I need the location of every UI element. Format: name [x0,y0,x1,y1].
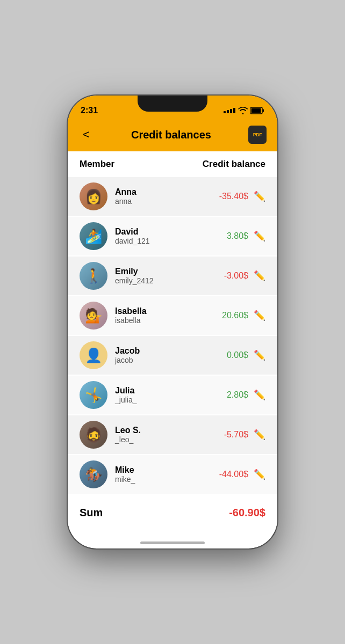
member-info: Julia _julia_ [115,385,227,405]
back-button[interactable]: < [78,126,94,144]
avatar: 🚶 [80,262,107,290]
avatar-placeholder-icon: 👤 [85,347,102,364]
avatar: 👤 [80,341,107,369]
avatar: 💁 [80,302,107,330]
member-balance: -5.70$ [224,430,248,440]
member-name: Jacob [115,346,227,356]
sum-value: -60.90$ [229,507,265,519]
home-indicator [140,541,205,544]
member-info: Emily emily_2412 [115,266,224,286]
member-name: Mike [115,465,219,475]
table-row: 👩 Anna anna -35.40$ ✏️ [68,177,277,217]
avatar: 👩 [80,182,107,210]
credit-column-header: Credit balance [203,159,265,170]
app-header: < Credit balances PDF [68,121,277,151]
member-balance: -44.00$ [219,470,248,479]
member-balance: -35.40$ [219,192,248,201]
status-time: 2:31 [81,106,98,115]
svg-rect-1 [263,109,264,112]
table-header: Member Credit balance [68,151,277,177]
member-balance: -3.00$ [224,271,248,281]
member-username: _leo_ [115,435,224,444]
member-username: isabella [115,316,222,325]
member-username: mike_ [115,475,219,484]
status-icons [224,107,264,114]
member-info: Anna anna [115,187,219,206]
phone-frame: 2:31 [68,96,277,548]
member-name: Leo S. [115,425,224,435]
member-info: Mike mike_ [115,465,219,484]
table-row: 🏄 David david_121 3.80$ ✏️ [68,217,277,257]
signal-icon [224,108,235,113]
member-info: Jacob jacob [115,346,227,365]
edit-button[interactable]: ✏️ [254,469,265,480]
sum-label: Sum [80,507,103,519]
member-info: Leo S. _leo_ [115,425,224,444]
pdf-button-label: PDF [253,132,262,137]
member-username: david_121 [115,237,227,246]
battery-icon [250,107,264,114]
member-name: Emily [115,266,224,276]
member-name: Isabella [115,306,222,316]
table-row: 🧔 Leo S. _leo_ -5.70$ ✏️ [68,415,277,455]
svg-rect-2 [251,108,261,113]
member-balance: 2.80$ [227,390,248,400]
member-name: Julia [115,385,227,396]
member-username: _julia_ [115,396,227,405]
member-column-header: Member [80,159,114,170]
wifi-icon [238,107,248,114]
avatar: 🏄 [80,222,107,250]
avatar: 🏇 [80,460,107,488]
page-title: Credit balances [131,129,211,141]
member-balance: 0.00$ [227,350,248,360]
sum-row: Sum -60.90$ [68,495,277,530]
edit-button[interactable]: ✏️ [254,310,265,321]
member-username: jacob [115,356,227,365]
avatar: 🤸 [80,381,107,409]
member-name: David [115,226,227,237]
table-row: 🤸 Julia _julia_ 2.80$ ✏️ [68,376,277,415]
avatar: 🧔 [80,421,107,449]
edit-button[interactable]: ✏️ [254,270,265,282]
member-info: David david_121 [115,226,227,246]
table-row: 🚶 Emily emily_2412 -3.00$ ✏️ [68,257,277,296]
member-balance: 20.60$ [222,311,248,320]
edit-button[interactable]: ✏️ [254,349,265,361]
members-list: 👩 Anna anna -35.40$ ✏️ 🏄 David david_121… [68,177,277,495]
notch [138,96,207,112]
table-row: 👤 Jacob jacob 0.00$ ✏️ [68,336,277,376]
edit-button[interactable]: ✏️ [254,429,265,441]
table-row: 🏇 Mike mike_ -44.00$ ✏️ [68,455,277,495]
member-balance: 3.80$ [227,231,248,241]
table-row: 💁 Isabella isabella 20.60$ ✏️ [68,296,277,336]
phone-screen: 2:31 [68,96,277,548]
pdf-button[interactable]: PDF [248,126,267,144]
member-name: Anna [115,187,219,197]
edit-button[interactable]: ✏️ [254,191,265,202]
edit-button[interactable]: ✏️ [254,230,265,242]
member-info: Isabella isabella [115,306,222,325]
member-username: emily_2412 [115,276,224,286]
content-area: Member Credit balance 👩 Anna anna -35.40… [68,151,277,530]
member-username: anna [115,197,219,206]
edit-button[interactable]: ✏️ [254,389,265,401]
